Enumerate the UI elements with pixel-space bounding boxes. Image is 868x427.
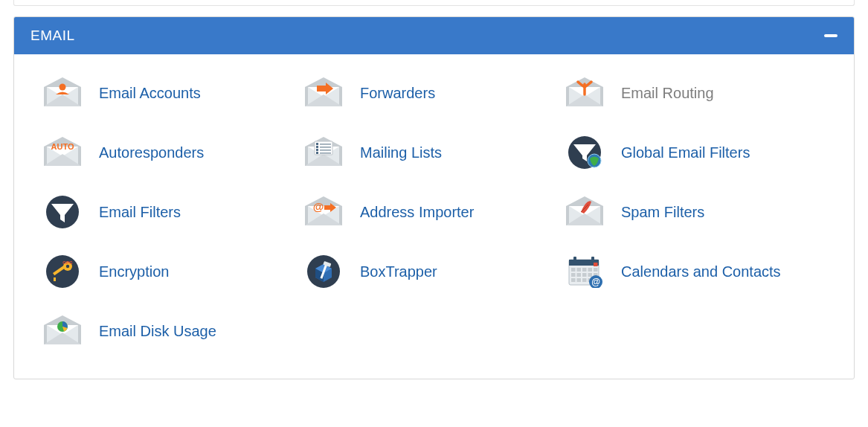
global-filters-icon: [565, 135, 605, 170]
disk-usage-icon: [42, 313, 83, 349]
email-item-calendars[interactable]: @Calendars and Contacts: [565, 254, 826, 289]
svg-rect-29: [591, 257, 594, 263]
email-item-label: BoxTrapper: [360, 263, 437, 280]
svg-rect-7: [316, 149, 318, 151]
email-item-global-filters[interactable]: Global Email Filters: [565, 135, 826, 170]
forwarders-icon: [303, 75, 344, 111]
svg-rect-41: [577, 278, 582, 282]
svg-point-19: [66, 265, 69, 268]
email-item-mailing-lists[interactable]: Mailing Lists: [303, 135, 565, 170]
svg-rect-5: [316, 146, 318, 148]
encryption-icon: GPG: [42, 254, 83, 289]
calendars-icon: @: [565, 254, 605, 289]
svg-text:GPG: GPG: [62, 260, 73, 265]
boxtrapper-icon: [303, 254, 344, 289]
svg-rect-32: [582, 268, 587, 272]
svg-point-0: [60, 84, 66, 91]
svg-rect-36: [577, 273, 582, 277]
spam-filters-icon: [565, 194, 605, 230]
email-item-label: Autoresponders: [99, 144, 204, 161]
svg-rect-45: [594, 263, 598, 266]
svg-rect-33: [588, 268, 593, 272]
email-item-spam-filters[interactable]: Spam Filters: [565, 194, 826, 230]
email-item-forwarders[interactable]: Forwarders: [303, 75, 565, 111]
panel-title: EMAIL: [30, 28, 75, 44]
email-filters-icon: [42, 194, 83, 230]
svg-rect-28: [573, 257, 576, 263]
svg-rect-6: [320, 147, 331, 148]
svg-rect-4: [320, 144, 331, 145]
svg-rect-31: [577, 268, 582, 272]
svg-rect-8: [320, 150, 331, 151]
email-item-email-routing[interactable]: Email Routing: [565, 75, 826, 111]
email-item-label: Email Disk Usage: [99, 323, 216, 340]
mailing-lists-icon: [303, 135, 344, 170]
email-item-label: Address Importer: [360, 204, 474, 221]
autoresponders-icon: AUTO: [42, 135, 83, 170]
svg-rect-10: [320, 152, 331, 154]
svg-rect-37: [582, 273, 587, 277]
email-item-address-importer[interactable]: @Address Importer: [303, 194, 565, 230]
email-item-label: Forwarders: [360, 85, 435, 102]
svg-rect-34: [594, 268, 598, 272]
svg-text:AUTO: AUTO: [51, 142, 74, 151]
email-accounts-icon: [42, 75, 83, 111]
email-item-autoresponders[interactable]: AUTOAutoresponders: [42, 135, 303, 170]
email-panel-body: Email AccountsForwardersEmail RoutingAUT…: [14, 54, 854, 379]
collapse-icon[interactable]: [824, 34, 838, 37]
email-item-label: Mailing Lists: [360, 144, 442, 161]
svg-rect-21: [54, 277, 56, 281]
svg-rect-3: [316, 143, 318, 145]
email-item-boxtrapper[interactable]: BoxTrapper: [303, 254, 565, 289]
email-item-label: Spam Filters: [621, 204, 704, 221]
svg-rect-9: [316, 152, 318, 154]
previous-panel-edge: [13, 0, 855, 6]
svg-rect-40: [571, 278, 576, 282]
email-item-label: Encryption: [99, 263, 170, 280]
address-importer-icon: @: [303, 194, 344, 230]
email-panel: EMAIL Email AccountsForwardersEmail Rout…: [13, 16, 855, 379]
svg-rect-30: [571, 268, 576, 272]
email-routing-icon: [565, 75, 605, 111]
email-item-label: Global Email Filters: [621, 144, 750, 161]
email-panel-header[interactable]: EMAIL: [14, 17, 854, 54]
svg-rect-42: [582, 278, 587, 282]
svg-rect-35: [571, 273, 576, 277]
email-item-label: Calendars and Contacts: [621, 263, 781, 280]
email-item-label: Email Routing: [621, 85, 714, 102]
svg-text:@: @: [313, 200, 324, 213]
email-item-disk-usage[interactable]: Email Disk Usage: [42, 313, 303, 349]
email-item-email-filters[interactable]: Email Filters: [42, 194, 303, 230]
email-item-label: Email Filters: [99, 204, 181, 221]
email-item-encryption[interactable]: GPGEncryption: [42, 254, 303, 289]
email-item-label: Email Accounts: [99, 85, 201, 102]
email-item-email-accounts[interactable]: Email Accounts: [42, 75, 303, 111]
svg-text:@: @: [591, 277, 600, 287]
